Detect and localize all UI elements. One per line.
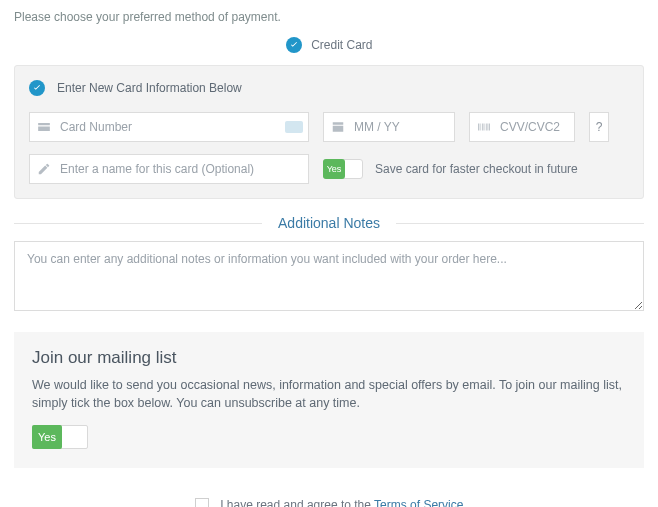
payment-intro: Please choose your preferred method of p… — [14, 10, 644, 24]
barcode-icon — [477, 120, 491, 134]
check-icon — [32, 83, 42, 93]
credit-card-radio[interactable] — [286, 37, 302, 53]
card-icon — [37, 120, 51, 134]
terms-prefix: I have read and agree to the — [220, 498, 374, 507]
pencil-icon — [37, 162, 51, 176]
mailing-toggle-on-label: Yes — [32, 425, 62, 449]
toggle-on-label: Yes — [323, 159, 345, 179]
terms-text: I have read and agree to the Terms of Se… — [220, 498, 463, 507]
terms-row: I have read and agree to the Terms of Se… — [14, 496, 644, 507]
card-panel-header: Enter New Card Information Below — [29, 80, 629, 96]
card-number-wrap — [29, 112, 309, 142]
card-panel-title: Enter New Card Information Below — [57, 81, 242, 95]
cvv-wrap — [469, 112, 575, 142]
credit-card-label: Credit Card — [311, 38, 372, 52]
mailing-title: Join our mailing list — [32, 348, 626, 368]
calendar-icon — [331, 120, 345, 134]
placeholder-card-icon — [285, 121, 303, 133]
check-icon — [289, 40, 299, 50]
new-card-radio[interactable] — [29, 80, 45, 96]
save-card-label: Save card for faster checkout in future — [375, 162, 578, 176]
terms-link[interactable]: Terms of Service — [374, 498, 463, 507]
card-number-input[interactable] — [29, 112, 309, 142]
card-info-panel: Enter New Card Information Below ? Yes — [14, 65, 644, 199]
mailing-toggle[interactable]: Yes — [32, 425, 88, 449]
notes-textarea[interactable] — [14, 241, 644, 311]
cvv-help-button[interactable]: ? — [589, 112, 609, 142]
notes-divider: Additional Notes — [14, 215, 644, 231]
mailing-list-panel: Join our mailing list We would like to s… — [14, 332, 644, 469]
mailing-desc: We would like to send you occasional new… — [32, 376, 626, 414]
save-card-row: Yes Save card for faster checkout in fut… — [323, 154, 629, 184]
save-card-toggle[interactable]: Yes — [323, 159, 363, 179]
card-name-input[interactable] — [29, 154, 309, 184]
notes-heading: Additional Notes — [262, 215, 396, 231]
card-brand-icons — [285, 121, 303, 133]
card-name-wrap — [29, 154, 309, 184]
terms-checkbox[interactable] — [195, 498, 209, 507]
payment-method-row: Credit Card — [14, 36, 644, 53]
expiry-wrap — [323, 112, 455, 142]
